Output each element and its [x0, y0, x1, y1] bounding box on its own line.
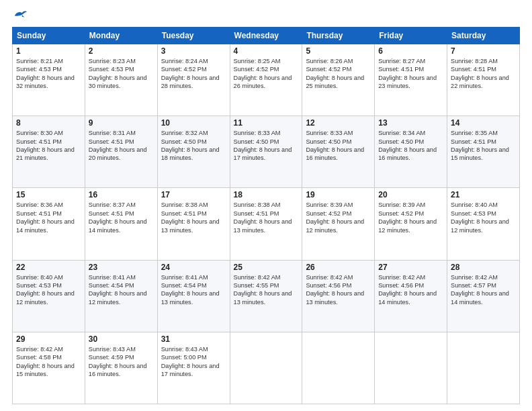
calendar-cell: 9Sunrise: 8:31 AMSunset: 4:51 PMDaylight… — [85, 116, 157, 188]
calendar-cell: 17Sunrise: 8:38 AMSunset: 4:51 PMDayligh… — [157, 188, 230, 260]
calendar-cell: 23Sunrise: 8:41 AMSunset: 4:54 PMDayligh… — [85, 260, 157, 332]
day-number: 20 — [378, 190, 443, 199]
day-cell-text: Sunrise: 8:41 AMSunset: 4:54 PMDaylight:… — [161, 274, 220, 306]
day-number: 10 — [161, 118, 226, 128]
calendar-cell: 31Sunrise: 8:43 AMSunset: 5:00 PMDayligh… — [157, 332, 230, 404]
day-cell-text: Sunrise: 8:33 AMSunset: 4:50 PMDaylight:… — [306, 130, 364, 161]
day-cell-text: Sunrise: 8:33 AMSunset: 4:50 PMDaylight:… — [234, 130, 292, 161]
calendar-cell: 18Sunrise: 8:38 AMSunset: 4:51 PMDayligh… — [230, 188, 302, 260]
calendar-cell: 27Sunrise: 8:42 AMSunset: 4:56 PMDayligh… — [375, 260, 447, 332]
calendar-cell: 3Sunrise: 8:24 AMSunset: 4:52 PMDaylight… — [157, 44, 230, 116]
day-cell-text: Sunrise: 8:42 AMSunset: 4:56 PMDaylight:… — [378, 274, 437, 306]
calendar-cell: 21Sunrise: 8:40 AMSunset: 4:53 PMDayligh… — [447, 188, 520, 260]
calendar-week-row: 29Sunrise: 8:42 AMSunset: 4:58 PMDayligh… — [13, 332, 520, 404]
day-number: 5 — [306, 46, 371, 56]
calendar-cell: 10Sunrise: 8:32 AMSunset: 4:50 PMDayligh… — [157, 116, 230, 188]
calendar-cell: 8Sunrise: 8:30 AMSunset: 4:51 PMDaylight… — [13, 116, 85, 188]
calendar-cell: 15Sunrise: 8:36 AMSunset: 4:51 PMDayligh… — [13, 188, 85, 260]
day-number: 6 — [378, 46, 443, 56]
logo — [12, 9, 27, 20]
calendar-cell — [375, 332, 447, 404]
day-cell-text: Sunrise: 8:24 AMSunset: 4:52 PMDaylight:… — [161, 58, 220, 89]
day-number: 26 — [306, 263, 371, 272]
calendar-week-row: 22Sunrise: 8:40 AMSunset: 4:53 PMDayligh… — [13, 260, 520, 332]
day-number: 2 — [89, 46, 154, 56]
day-cell-text: Sunrise: 8:36 AMSunset: 4:51 PMDaylight:… — [16, 201, 75, 233]
day-cell-text: Sunrise: 8:38 AMSunset: 4:51 PMDaylight:… — [234, 201, 292, 233]
calendar-week-row: 1Sunrise: 8:21 AMSunset: 4:53 PMDaylight… — [13, 44, 520, 116]
calendar-cell: 20Sunrise: 8:39 AMSunset: 4:52 PMDayligh… — [375, 188, 447, 260]
day-number: 4 — [234, 46, 299, 56]
day-cell-text: Sunrise: 8:42 AMSunset: 4:57 PMDaylight:… — [451, 274, 509, 306]
day-cell-text: Sunrise: 8:40 AMSunset: 4:53 PMDaylight:… — [16, 274, 75, 306]
calendar-cell: 19Sunrise: 8:39 AMSunset: 4:52 PMDayligh… — [302, 188, 375, 260]
calendar-cell: 5Sunrise: 8:26 AMSunset: 4:52 PMDaylight… — [302, 44, 375, 116]
logo-bird-icon — [13, 9, 27, 20]
weekday-header-row: SundayMondayTuesdayWednesdayThursdayFrid… — [13, 28, 520, 44]
weekday-header: Monday — [85, 28, 157, 44]
calendar-week-row: 8Sunrise: 8:30 AMSunset: 4:51 PMDaylight… — [13, 116, 520, 188]
day-number: 9 — [89, 118, 154, 128]
day-number: 8 — [16, 118, 81, 128]
weekday-header: Friday — [375, 28, 447, 44]
day-number: 29 — [16, 334, 81, 344]
day-number: 21 — [451, 190, 516, 199]
day-number: 15 — [16, 190, 81, 199]
calendar-cell: 6Sunrise: 8:27 AMSunset: 4:51 PMDaylight… — [375, 44, 447, 116]
day-number: 11 — [234, 118, 299, 128]
day-cell-text: Sunrise: 8:26 AMSunset: 4:52 PMDaylight:… — [306, 58, 364, 89]
calendar-cell: 7Sunrise: 8:28 AMSunset: 4:51 PMDaylight… — [447, 44, 520, 116]
day-cell-text: Sunrise: 8:34 AMSunset: 4:50 PMDaylight:… — [378, 130, 437, 161]
day-cell-text: Sunrise: 8:42 AMSunset: 4:56 PMDaylight:… — [306, 274, 364, 306]
day-number: 31 — [161, 334, 226, 344]
day-cell-text: Sunrise: 8:39 AMSunset: 4:52 PMDaylight:… — [306, 201, 364, 233]
weekday-header: Saturday — [447, 28, 520, 44]
day-cell-text: Sunrise: 8:38 AMSunset: 4:51 PMDaylight:… — [161, 201, 220, 233]
weekday-header: Sunday — [13, 28, 85, 44]
calendar-cell: 14Sunrise: 8:35 AMSunset: 4:51 PMDayligh… — [447, 116, 520, 188]
calendar-cell: 2Sunrise: 8:23 AMSunset: 4:53 PMDaylight… — [85, 44, 157, 116]
calendar-cell: 11Sunrise: 8:33 AMSunset: 4:50 PMDayligh… — [230, 116, 302, 188]
day-number: 1 — [16, 46, 81, 56]
day-cell-text: Sunrise: 8:28 AMSunset: 4:51 PMDaylight:… — [451, 58, 509, 89]
day-cell-text: Sunrise: 8:43 AMSunset: 4:59 PMDaylight:… — [89, 346, 147, 377]
day-number: 28 — [451, 263, 516, 272]
day-cell-text: Sunrise: 8:43 AMSunset: 5:00 PMDaylight:… — [161, 346, 220, 377]
weekday-header: Wednesday — [230, 28, 302, 44]
day-cell-text: Sunrise: 8:25 AMSunset: 4:52 PMDaylight:… — [234, 58, 292, 89]
calendar-cell: 28Sunrise: 8:42 AMSunset: 4:57 PMDayligh… — [447, 260, 520, 332]
day-cell-text: Sunrise: 8:39 AMSunset: 4:52 PMDaylight:… — [378, 201, 437, 233]
day-number: 19 — [306, 190, 371, 199]
calendar-cell: 25Sunrise: 8:42 AMSunset: 4:55 PMDayligh… — [230, 260, 302, 332]
day-cell-text: Sunrise: 8:31 AMSunset: 4:51 PMDaylight:… — [89, 130, 147, 161]
day-number: 18 — [234, 190, 299, 199]
day-cell-text: Sunrise: 8:40 AMSunset: 4:53 PMDaylight:… — [451, 201, 509, 233]
day-number: 23 — [89, 263, 154, 272]
day-number: 30 — [89, 334, 154, 344]
calendar-cell: 16Sunrise: 8:37 AMSunset: 4:51 PMDayligh… — [85, 188, 157, 260]
calendar-week-row: 15Sunrise: 8:36 AMSunset: 4:51 PMDayligh… — [13, 188, 520, 260]
weekday-header: Tuesday — [157, 28, 230, 44]
page: SundayMondayTuesdayWednesdayThursdayFrid… — [0, 0, 532, 411]
day-number: 24 — [161, 263, 226, 272]
calendar-cell: 13Sunrise: 8:34 AMSunset: 4:50 PMDayligh… — [375, 116, 447, 188]
calendar-cell — [447, 332, 520, 404]
day-number: 12 — [306, 118, 371, 128]
calendar-cell: 22Sunrise: 8:40 AMSunset: 4:53 PMDayligh… — [13, 260, 85, 332]
calendar-cell: 24Sunrise: 8:41 AMSunset: 4:54 PMDayligh… — [157, 260, 230, 332]
day-cell-text: Sunrise: 8:23 AMSunset: 4:53 PMDaylight:… — [89, 58, 147, 89]
day-number: 7 — [451, 46, 516, 56]
day-cell-text: Sunrise: 8:42 AMSunset: 4:55 PMDaylight:… — [234, 274, 292, 306]
day-number: 25 — [234, 263, 299, 272]
day-number: 14 — [451, 118, 516, 128]
day-cell-text: Sunrise: 8:32 AMSunset: 4:50 PMDaylight:… — [161, 130, 220, 161]
header — [12, 9, 520, 20]
day-cell-text: Sunrise: 8:30 AMSunset: 4:51 PMDaylight:… — [16, 130, 75, 161]
day-cell-text: Sunrise: 8:37 AMSunset: 4:51 PMDaylight:… — [89, 201, 147, 233]
calendar-cell: 30Sunrise: 8:43 AMSunset: 4:59 PMDayligh… — [85, 332, 157, 404]
weekday-header: Thursday — [302, 28, 375, 44]
calendar-cell: 4Sunrise: 8:25 AMSunset: 4:52 PMDaylight… — [230, 44, 302, 116]
calendar: SundayMondayTuesdayWednesdayThursdayFrid… — [12, 27, 520, 404]
calendar-cell: 26Sunrise: 8:42 AMSunset: 4:56 PMDayligh… — [302, 260, 375, 332]
calendar-cell: 1Sunrise: 8:21 AMSunset: 4:53 PMDaylight… — [13, 44, 85, 116]
